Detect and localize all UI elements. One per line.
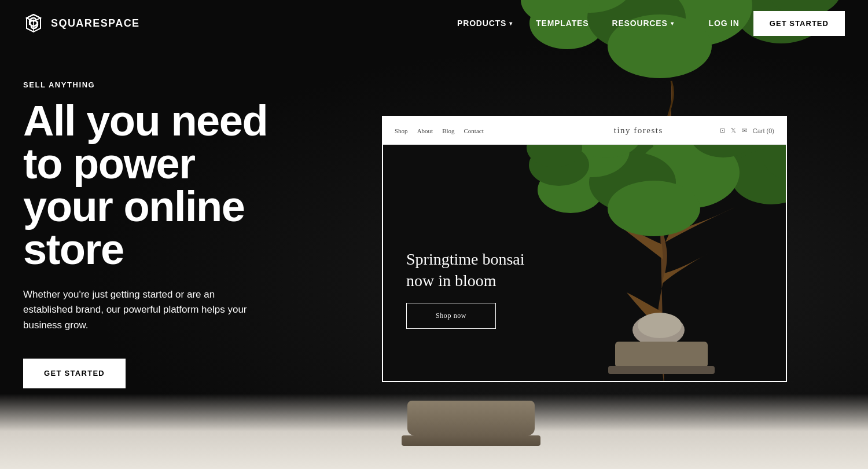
hero-get-started-button[interactable]: GET STARTED	[23, 359, 126, 389]
chevron-down-icon: ▾	[509, 20, 513, 27]
logo-area[interactable]: SQUARESPACE	[23, 13, 140, 34]
bonsai-pot	[407, 401, 540, 446]
svg-point-35	[763, 145, 786, 181]
navbar: SQUARESPACE PRODUCTS ▾ TEMPLATES RESOURC…	[0, 0, 868, 46]
svg-point-19	[592, 145, 702, 182]
hero-title: All you need to power your online store	[23, 100, 289, 271]
browser-brand: tiny forests	[557, 126, 720, 135]
svg-point-23	[664, 145, 751, 180]
login-button[interactable]: LOG IN	[709, 19, 740, 28]
svg-point-31	[690, 145, 757, 157]
cart-icon: Cart (0)	[753, 127, 774, 134]
hero-tagline: SELL ANYTHING	[23, 80, 289, 89]
svg-point-27	[731, 149, 786, 204]
browser-nav-about: About	[417, 127, 433, 134]
svg-point-34	[571, 145, 642, 158]
squarespace-logo-icon	[23, 13, 44, 34]
nav-resources[interactable]: RESOURCES ▾	[612, 19, 674, 28]
svg-rect-39	[615, 342, 708, 368]
nav-templates[interactable]: TEMPLATES	[536, 19, 589, 28]
browser-bar: Shop About Blog Contact tiny forests ⊡ 𝕏…	[383, 117, 786, 145]
browser-nav: Shop About Blog Contact	[395, 127, 557, 134]
svg-point-29	[589, 152, 676, 212]
browser-social-icons: ⊡ 𝕏 ✉ Cart (0)	[720, 127, 774, 134]
browser-nav-contact: Contact	[464, 127, 484, 134]
nav-get-started-button[interactable]: GET STARTED	[753, 11, 845, 36]
hero-content: SELL ANYTHING All you need to power your…	[23, 80, 289, 388]
browser-bonsai-tree	[508, 145, 786, 381]
shop-now-button[interactable]: Shop now	[406, 303, 496, 329]
svg-point-26	[538, 167, 604, 213]
instagram-icon: ⊡	[720, 127, 725, 134]
browser-nav-blog: Blog	[442, 127, 454, 134]
browser-page-content: Springtime bonsai now in bloom Shop now	[383, 145, 786, 381]
chevron-down-icon: ▾	[671, 20, 674, 27]
svg-rect-40	[608, 366, 715, 374]
brand-name: SQUARESPACE	[51, 17, 140, 30]
svg-point-22	[563, 148, 632, 197]
svg-point-21	[575, 145, 656, 186]
svg-point-33	[529, 145, 589, 186]
svg-point-30	[554, 145, 630, 177]
browser-text-overlay: Springtime bonsai now in bloom Shop now	[406, 249, 525, 329]
email-icon: ✉	[742, 127, 747, 134]
browser-mockup: Shop About Blog Contact tiny forests ⊡ 𝕏…	[382, 116, 787, 382]
svg-point-20	[635, 145, 728, 166]
svg-point-24	[697, 145, 776, 187]
nav-links: PRODUCTS ▾ TEMPLATES RESOURCES ▾	[457, 19, 674, 28]
pot-base	[402, 435, 540, 446]
hero-subtitle: Whether you're just getting started or a…	[23, 287, 249, 333]
svg-point-38	[638, 313, 682, 338]
browser-headline: Springtime bonsai now in bloom	[406, 249, 525, 291]
svg-point-37	[632, 314, 685, 346]
svg-point-25	[715, 145, 786, 167]
nav-products[interactable]: PRODUCTS ▾	[457, 19, 513, 28]
svg-point-28	[638, 145, 740, 208]
svg-point-36	[527, 145, 582, 167]
hero-section: SQUARESPACE PRODUCTS ▾ TEMPLATES RESOURC…	[0, 0, 868, 469]
svg-point-32	[608, 181, 700, 236]
browser-nav-shop: Shop	[395, 127, 408, 134]
twitter-icon: 𝕏	[731, 127, 736, 134]
pot-body	[407, 401, 535, 435]
